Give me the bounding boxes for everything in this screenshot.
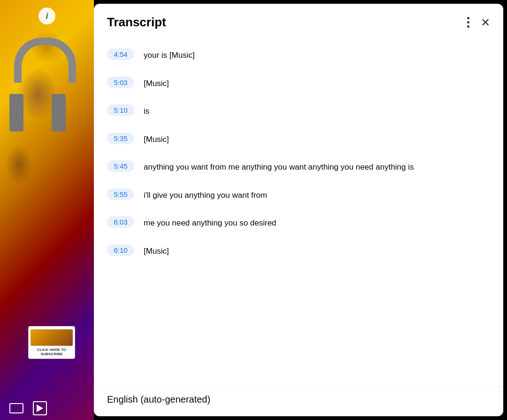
transcript-item: 5:55i'll give you anything you want from	[107, 181, 490, 209]
transcript-text-1: [Music]	[144, 77, 490, 90]
more-options-button[interactable]	[465, 15, 471, 30]
video-background: i CLICK HERE TO SUBSCRIBE	[0, 0, 94, 420]
transcript-item: 5:03[Music]	[107, 69, 490, 97]
transcript-title: Transcript	[107, 15, 166, 30]
screen-icon[interactable]	[9, 403, 23, 413]
timestamp-7[interactable]: 6:10	[107, 244, 134, 256]
subscribe-overlay[interactable]: CLICK HERE TO SUBSCRIBE	[28, 326, 75, 359]
timestamp-6[interactable]: 6:03	[107, 216, 134, 228]
timestamp-0[interactable]: 4:54	[107, 48, 134, 60]
transcript-item: 5:45anything you want from me anything y…	[107, 153, 490, 181]
close-button[interactable]: ✕	[481, 16, 490, 29]
transcript-item: 6:10[Music]	[107, 237, 490, 265]
headphone-right-ear	[52, 94, 66, 132]
subscribe-text[interactable]: CLICK HERE TO SUBSCRIBE	[31, 348, 73, 356]
timestamp-5[interactable]: 5:55	[107, 188, 134, 200]
transcript-footer: English (auto-generated)	[94, 386, 503, 416]
transcript-item: 5:35[Music]	[107, 125, 490, 153]
info-badge[interactable]: i	[38, 8, 55, 24]
timestamp-4[interactable]: 5:45	[107, 160, 134, 172]
transcript-text-6: me you need anything you so desired	[144, 216, 490, 229]
transcript-text-4: anything you want from me anything you w…	[144, 160, 490, 173]
transcript-item: 5:10is	[107, 97, 490, 125]
video-panel: i CLICK HERE TO SUBSCRIBE	[0, 0, 94, 420]
more-dot-1	[467, 17, 469, 19]
headphones-graphic	[9, 38, 66, 132]
transcript-text-2: is	[144, 104, 490, 117]
transcript-header: Transcript ✕	[94, 4, 503, 37]
transcript-text-0: your is [Music]	[144, 48, 490, 62]
transcript-body: 4:54your is [Music]5:03[Music]5:10is5:35…	[94, 37, 503, 386]
transcript-item: 4:54your is [Music]	[107, 41, 490, 69]
language-label: English (auto-generated)	[107, 394, 210, 404]
fullscreen-icon[interactable]	[33, 401, 47, 415]
transcript-text-3: [Music]	[144, 132, 490, 146]
more-dot-3	[467, 25, 469, 28]
timestamp-3[interactable]: 5:35	[107, 132, 134, 144]
header-actions: ✕	[465, 15, 490, 30]
transcript-text-7: [Music]	[144, 244, 490, 257]
timestamp-2[interactable]: 5:10	[107, 104, 134, 116]
video-controls	[0, 401, 94, 415]
more-dot-2	[467, 21, 469, 23]
timestamp-1[interactable]: 5:03	[107, 77, 134, 88]
transcript-text-5: i'll give you anything you want from	[144, 188, 490, 202]
subscribe-image	[31, 329, 73, 346]
transcript-panel: Transcript ✕ 4:54your is [Music]5:03[Mus…	[94, 4, 503, 416]
transcript-item: 6:03me you need anything you so desired	[107, 209, 490, 237]
